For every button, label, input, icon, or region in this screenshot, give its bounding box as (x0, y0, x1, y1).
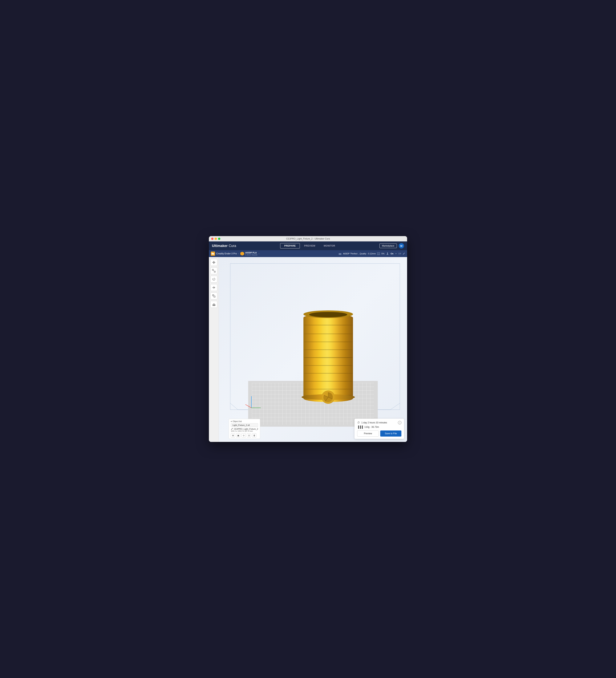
app-header: Ultimaker Cura PREPARE PREVIEW MONITOR M… (209, 241, 407, 250)
svg-rect-24 (213, 305, 215, 306)
layers-icon (338, 252, 341, 255)
mirror-tool[interactable] (210, 284, 217, 291)
svg-line-27 (230, 403, 238, 410)
status-panel: ⏱ 1 day 2 hours 33 minutes i ▐▐▐ 110g · … (355, 419, 404, 439)
svg-rect-4 (339, 254, 341, 255)
svg-rect-21 (213, 304, 213, 305)
rotate-tool[interactable] (210, 276, 217, 282)
object-filename: Light_Fixture_2.stl (231, 423, 258, 427)
y-axis (251, 396, 252, 408)
folder-icon (211, 252, 215, 256)
object-list-title: ▾ Object list (231, 420, 258, 422)
printer-name: Creality Ender-3 Pro (216, 252, 237, 255)
main-window: CE3PRO_Light_Fixture_2 - Ultimaker Cura … (209, 236, 407, 442)
print-settings: All3DP "Perfect ...Quality - 0.12mm 5% O… (338, 252, 405, 255)
close-button[interactable] (211, 238, 214, 240)
tab-preview[interactable]: PREVIEW (300, 243, 319, 249)
title-bar: CE3PRO_Light_Fixture_2 - Ultimaker Cura (209, 236, 407, 241)
svg-rect-19 (214, 296, 215, 297)
x-axis (251, 408, 261, 408)
svg-rect-10 (387, 254, 389, 255)
avatar[interactable]: M (399, 243, 404, 249)
bottom-detail-circle (322, 390, 335, 404)
infill-percent: 5% (382, 253, 385, 255)
quality-label: All3DP "Perfect ...Quality - 0.12mm (343, 253, 376, 255)
svg-rect-22 (214, 303, 214, 305)
support-separator: ✦ (395, 253, 397, 255)
svg-rect-0 (212, 253, 214, 255)
support-icon (386, 252, 389, 255)
object-action-2[interactable]: ▣ (236, 433, 240, 438)
header-right: Marketplace M (379, 243, 404, 249)
svg-line-13 (214, 270, 214, 271)
tab-monitor[interactable]: MONITOR (320, 243, 339, 249)
object-dimensions: 104.3 x 104.3 x 187.4 mm (231, 430, 258, 432)
object-list-label: Object list (232, 420, 242, 422)
printer-section: Creality Ender-3 Pro ‹ (211, 252, 239, 256)
app-logo: Ultimaker Cura (212, 244, 236, 248)
filament-row: ▐▐▐ 110g · 36.73m (357, 425, 401, 428)
svg-rect-9 (387, 253, 388, 254)
svg-rect-2 (339, 253, 341, 254)
move-tool[interactable] (210, 259, 217, 266)
edit-icon[interactable] (402, 252, 405, 255)
svg-marker-17 (214, 287, 215, 288)
svg-rect-3 (339, 254, 341, 254)
object-actions: ⊞ ▣ ⊙ ⊡ 🗑 (231, 433, 258, 438)
marketplace-button[interactable]: Marketplace (379, 243, 397, 248)
traffic-lights (211, 238, 220, 240)
svg-rect-12 (214, 271, 215, 272)
object-list-panel: ▾ Object list Light_Fixture_2.stl CE3PRO… (229, 419, 260, 439)
preview-button[interactable]: Preview (357, 430, 379, 437)
side-toolbar (209, 257, 219, 442)
shield-icon (240, 252, 244, 256)
cylinder-model (303, 310, 353, 406)
action-buttons: Preview Save to File (357, 430, 401, 437)
support-on-label: On (391, 253, 393, 255)
svg-line-28 (390, 403, 400, 410)
material-chevron[interactable]: ‹ (259, 252, 259, 255)
svg-rect-23 (215, 304, 215, 305)
printer-chevron[interactable]: ‹ (238, 252, 239, 255)
time-row: ⏱ 1 day 2 hours 33 minutes i (357, 421, 401, 424)
material-info: All3DP PLA 0.4mm Nozzle (245, 252, 257, 256)
svg-marker-14 (213, 278, 214, 279)
filament-info: 110g · 36.73m (364, 426, 379, 428)
filament-icon: ▐▐▐ (357, 425, 363, 428)
print-time: 1 day 2 hours 33 minutes (361, 421, 387, 424)
maximize-button[interactable] (218, 238, 220, 240)
support-off-label: Off (398, 253, 401, 255)
cylinder-body (303, 314, 353, 402)
save-button[interactable]: Save to File (380, 430, 401, 437)
window-title: CE3PRO_Light_Fixture_2 - Ultimaker Cura (286, 237, 330, 240)
object-action-4[interactable]: ⊡ (247, 433, 251, 438)
logo-cura: Cura (229, 244, 236, 248)
3d-model[interactable] (301, 310, 355, 415)
object-action-3[interactable]: ⊙ (242, 433, 246, 438)
svg-rect-11 (212, 269, 214, 270)
nozzle-size: 0.4mm Nozzle (245, 254, 257, 256)
support-tool[interactable] (210, 301, 217, 308)
infill-icon (377, 252, 380, 255)
secondary-toolbar: Creality Ender-3 Pro ‹ All3DP PLA 0.4mm … (209, 250, 407, 257)
tab-prepare[interactable]: PREPARE (280, 243, 300, 249)
material-section: All3DP PLA 0.4mm Nozzle ‹ (240, 252, 259, 256)
info-button[interactable]: i (398, 421, 401, 424)
cylinder-inner-top (309, 312, 347, 317)
logo-ultimaker: Ultimaker (212, 244, 227, 248)
main-content: ▾ Object list Light_Fixture_2.stl CE3PRO… (209, 257, 407, 442)
object-modelname: CE3PRO_Light_Fixture_2 (231, 428, 258, 430)
object-action-1[interactable]: ⊞ (231, 433, 235, 438)
minimize-button[interactable] (215, 238, 217, 240)
material-name: All3DP PLA (245, 252, 257, 254)
svg-marker-16 (213, 287, 214, 288)
nav-tabs: PREPARE PREVIEW MONITOR (243, 243, 376, 249)
object-action-5[interactable]: 🗑 (252, 433, 256, 438)
pencil-icon (231, 428, 233, 430)
scale-tool[interactable] (210, 267, 217, 274)
per-model-tool[interactable] (210, 293, 217, 299)
clock-icon: ⏱ (357, 421, 360, 424)
svg-rect-1 (212, 253, 213, 253)
viewport[interactable]: ▾ Object list Light_Fixture_2.stl CE3PRO… (219, 257, 407, 442)
